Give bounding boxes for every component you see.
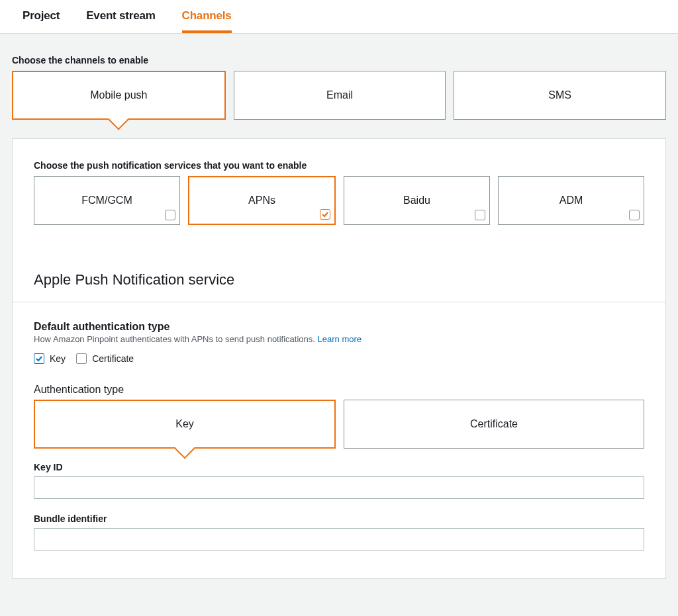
service-label: FCM/GCM	[81, 195, 132, 206]
channel-label: Mobile push	[90, 89, 147, 101]
top-tabs-bar: Project Event stream Channels	[0, 0, 678, 34]
key-id-label: Key ID	[34, 462, 644, 472]
channels-section: Choose the channels to enable Mobile pus…	[0, 34, 678, 120]
auth-card-key[interactable]: Key	[34, 400, 336, 449]
channel-label: SMS	[548, 89, 571, 101]
key-id-input[interactable]	[34, 476, 644, 499]
channels-heading: Choose the channels to enable	[12, 55, 666, 66]
channel-label: Email	[326, 89, 353, 101]
channel-card-sms[interactable]: SMS	[454, 71, 666, 120]
auth-card-label: Certificate	[470, 418, 518, 430]
checkbox-icon	[76, 353, 87, 364]
service-card-baidu[interactable]: Baidu	[344, 176, 490, 225]
checkbox-label: Key	[50, 353, 66, 364]
default-auth-certificate-checkbox[interactable]: Certificate	[76, 353, 134, 364]
checkbox-icon	[629, 210, 640, 220]
default-auth-desc: How Amazon Pinpoint authenticates with A…	[34, 334, 644, 344]
checkbox-icon	[475, 210, 485, 220]
auth-card-certificate[interactable]: Certificate	[344, 400, 644, 449]
service-label: APNs	[248, 195, 275, 206]
default-auth-key-checkbox[interactable]: Key	[34, 353, 66, 364]
auth-card-label: Key	[175, 418, 194, 430]
service-label: ADM	[559, 195, 583, 206]
auth-type-heading: Authentication type	[34, 384, 644, 396]
push-services-heading: Choose the push notification services th…	[34, 160, 644, 171]
channel-card-email[interactable]: Email	[234, 71, 446, 120]
service-card-adm[interactable]: ADM	[498, 176, 644, 225]
service-card-fcm[interactable]: FCM/GCM	[34, 176, 180, 225]
main-panel: Choose the push notification services th…	[12, 138, 666, 579]
checkbox-icon	[34, 353, 44, 364]
tab-channels[interactable]: Channels	[182, 0, 232, 33]
service-card-apns[interactable]: APNs	[188, 176, 336, 225]
default-auth-heading: Default authentication type	[34, 321, 644, 333]
apns-title: Apple Push Notification service	[34, 271, 644, 288]
channel-card-mobile-push[interactable]: Mobile push	[12, 71, 226, 120]
learn-more-link[interactable]: Learn more	[318, 334, 362, 344]
checkbox-icon	[165, 210, 175, 220]
service-label: Baidu	[403, 195, 430, 206]
checkbox-icon	[320, 209, 330, 220]
tab-project[interactable]: Project	[23, 0, 60, 33]
bundle-id-label: Bundle identifier	[34, 513, 644, 524]
checkbox-label: Certificate	[92, 353, 134, 364]
bundle-id-input[interactable]	[34, 528, 644, 550]
tab-event-stream[interactable]: Event stream	[86, 0, 155, 33]
